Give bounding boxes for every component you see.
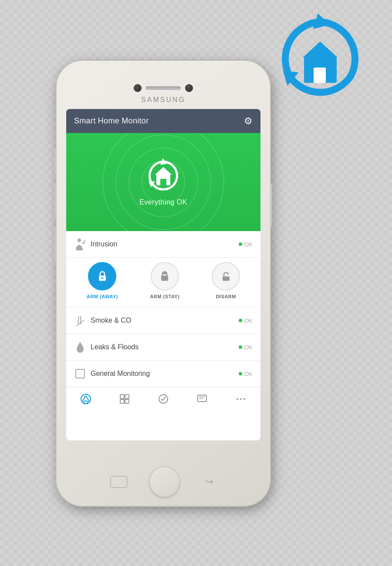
svg-rect-9: [160, 179, 166, 185]
status-icon-container: Everything OK: [139, 158, 187, 206]
back-arrow-icon: ↩: [205, 476, 213, 488]
svg-rect-22: [120, 395, 124, 399]
intrusion-dot: [239, 242, 242, 246]
list-item-intrusion[interactable]: Intrusion OK: [66, 231, 260, 258]
leaks-dot: [239, 345, 242, 349]
list-item-leaks[interactable]: Leaks & Floods OK: [66, 334, 260, 361]
dashboard-tab-icon: [119, 394, 130, 404]
tab-tasks[interactable]: [152, 390, 174, 408]
volume-down-button: [54, 227, 57, 262]
tasks-tab-icon: [158, 394, 169, 404]
tab-home[interactable]: [75, 390, 97, 408]
disarm-circle: [212, 262, 240, 290]
arm-away-circle: [88, 262, 116, 290]
status-area: Everything OK: [66, 133, 260, 231]
general-icon: [74, 368, 86, 380]
phone-screen: Smart Home Monitor ⚙: [66, 109, 260, 440]
svg-point-10: [78, 239, 81, 242]
intrusion-label: Intrusion: [91, 240, 239, 248]
volume-up-button: [54, 183, 57, 218]
arm-away-label: ARM (AWAY): [87, 294, 118, 299]
svg-rect-20: [76, 369, 84, 378]
list-section: Intrusion OK ARM (AWAY): [66, 231, 260, 387]
home-sync-big-icon: [270, 9, 370, 109]
app-title: Smart Home Monitor: [74, 116, 149, 126]
phone-shell: SAMSUNG Smart Home Monitor ⚙: [57, 61, 270, 506]
leaks-status: OK: [239, 344, 253, 351]
disarm-button[interactable]: DISARM: [212, 262, 240, 299]
general-dot: [239, 372, 242, 375]
intrusion-ok-text: OK: [244, 241, 253, 248]
earpiece-speaker: [146, 86, 181, 90]
general-status: OK: [239, 371, 253, 377]
arm-away-button[interactable]: ARM (AWAY): [87, 262, 118, 299]
arm-stay-circle: [151, 262, 179, 290]
svg-rect-25: [125, 399, 129, 403]
leaks-ok-text: OK: [244, 344, 253, 351]
bixby-button: [270, 183, 272, 227]
front-camera: [135, 85, 141, 91]
leaks-label: Leaks & Floods: [91, 343, 239, 351]
list-item-smoke[interactable]: Smoke & CO OK: [66, 307, 260, 334]
svg-rect-4: [314, 68, 326, 83]
general-label: General Monitoring: [91, 370, 239, 378]
svg-point-30: [243, 398, 245, 400]
general-ok-text: OK: [244, 371, 253, 377]
smoke-label: Smoke & CO: [91, 317, 239, 324]
smoke-ok-text: OK: [244, 317, 253, 324]
smoke-status: OK: [239, 317, 253, 324]
bottom-tab-bar: [66, 387, 260, 411]
samsung-brand: SAMSUNG: [141, 96, 186, 104]
phone-bottom-nav: ↩: [110, 467, 217, 497]
recent-apps-button[interactable]: [110, 476, 128, 488]
svg-rect-24: [120, 399, 124, 403]
svg-point-15: [101, 277, 103, 279]
intrusion-controls: ARM (AWAY) ARM (STAY): [66, 258, 260, 307]
arm-stay-label: ARM (STAY): [150, 294, 179, 299]
home-tab-icon: [81, 394, 91, 404]
arm-stay-button[interactable]: ARM (STAY): [150, 262, 179, 299]
svg-rect-23: [125, 395, 129, 399]
power-button: [54, 148, 57, 174]
sensor: [186, 85, 192, 91]
smoke-icon: [74, 314, 86, 327]
settings-icon[interactable]: ⚙: [244, 116, 253, 127]
tab-more[interactable]: [230, 390, 252, 408]
home-hardware-button[interactable]: [149, 467, 180, 497]
svg-point-28: [237, 398, 238, 400]
intrusion-icon: [74, 238, 86, 250]
status-text: Everything OK: [139, 198, 187, 206]
svg-marker-8: [155, 167, 172, 175]
leaks-icon: [74, 341, 86, 353]
svg-rect-16: [161, 276, 168, 281]
phone-top-area: [135, 85, 192, 91]
svg-marker-3: [303, 41, 338, 58]
messages-tab-icon: [197, 394, 207, 404]
back-button[interactable]: ↩: [202, 476, 217, 488]
tab-messages[interactable]: [191, 390, 213, 408]
svg-rect-18: [164, 271, 166, 273]
more-tab-icon: [236, 394, 246, 404]
svg-rect-19: [223, 276, 230, 281]
home-sync-icon: [146, 158, 181, 193]
tab-dashboard[interactable]: [114, 390, 135, 408]
svg-point-29: [240, 398, 242, 400]
intrusion-status: OK: [239, 241, 253, 248]
list-item-general[interactable]: General Monitoring OK: [66, 361, 260, 387]
app-header: Smart Home Monitor ⚙: [66, 109, 260, 133]
svg-line-13: [84, 240, 85, 242]
disarm-label: DISARM: [216, 294, 236, 299]
smoke-dot: [239, 319, 242, 322]
